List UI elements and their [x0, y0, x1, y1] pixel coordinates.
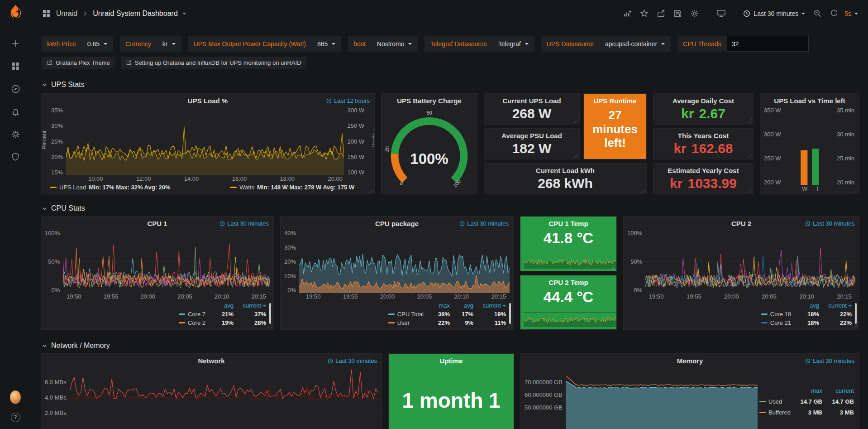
panel-ups-load: UPS Load % Last 12 hours Percent 35%30%2…: [41, 93, 375, 194]
variable-value-dropdown[interactable]: Telegraf: [492, 36, 534, 52]
time-range-chip[interactable]: Last 30 minutes: [805, 220, 854, 227]
legend-series-toggle[interactable]: Core 18: [761, 311, 791, 318]
network-chart[interactable]: [70, 367, 378, 429]
legend-header-max[interactable]: max: [427, 302, 450, 309]
variable-value-dropdown[interactable]: 0.65: [81, 36, 113, 52]
legend-series-toggle[interactable]: Core 7: [179, 311, 205, 318]
time-range-chip[interactable]: Last 30 minutes: [328, 357, 377, 364]
grafana-logo[interactable]: [7, 4, 24, 21]
legend-scrollbar[interactable]: [509, 303, 511, 324]
row-header-ups-stats[interactable]: UPS Stats: [42, 81, 868, 89]
configuration-icon[interactable]: [10, 129, 21, 140]
avatar[interactable]: [10, 392, 21, 403]
legend-series-toggle[interactable]: CPU Total: [388, 311, 424, 318]
create-icon[interactable]: [10, 38, 21, 49]
dashboard-caret-down-icon[interactable]: [182, 13, 186, 14]
legend-scrollbar[interactable]: [855, 303, 857, 324]
legend-value: 17%: [453, 311, 473, 318]
panel-title[interactable]: UPS Runtime: [584, 94, 646, 106]
cycle-view-button[interactable]: [713, 6, 730, 20]
dashboard-link-ups-guide[interactable]: Setting up Grafana and InfluxDB for UPS …: [121, 57, 306, 69]
star-button[interactable]: [636, 6, 652, 20]
legend-series-toggle[interactable]: User: [388, 319, 424, 326]
variable-currency: Currency kr: [120, 36, 181, 52]
panel-title[interactable]: CPU 1 Temp: [520, 217, 616, 228]
legend-header-current[interactable]: current: [237, 302, 266, 309]
legend-item[interactable]: Watts Min: 148 W Max: 278 W Avg: 175 W: [230, 184, 354, 191]
caret-down-icon: [172, 43, 176, 45]
cpu-threads-input[interactable]: [727, 36, 809, 52]
panel-title[interactable]: UPS Load vs Time left: [760, 94, 859, 106]
legend-swatch: [230, 187, 237, 188]
variable-value-dropdown[interactable]: apcupsd-container: [599, 36, 671, 52]
legend-header-avg[interactable]: avg: [795, 302, 819, 309]
legend-header-max[interactable]: max: [794, 387, 822, 394]
variable-label: kWh Price: [42, 40, 81, 48]
help-icon[interactable]: ?: [10, 412, 21, 423]
zoom-out-button[interactable]: [810, 6, 825, 20]
row-header-network-memory[interactable]: Network / Memory: [42, 342, 868, 350]
variable-value-dropdown[interactable]: kr: [157, 36, 181, 52]
legend-series-toggle[interactable]: Buffered: [759, 409, 791, 416]
time-range-chip[interactable]: Last 30 minutes: [219, 220, 269, 227]
row-header-cpu-stats[interactable]: CPU Stats: [42, 204, 868, 212]
panel-title[interactable]: Uptime: [389, 354, 514, 366]
legend-scrollbar[interactable]: [269, 303, 271, 324]
panel-title[interactable]: Average PSU Load: [484, 129, 579, 140]
time-range-picker[interactable]: Last 30 minutes: [739, 7, 809, 20]
breadcrumb-dashboard[interactable]: Unraid System Dashboard: [93, 10, 178, 18]
legend-header-avg[interactable]: avg: [209, 302, 234, 309]
settings-button[interactable]: [687, 6, 703, 21]
legend-series-toggle[interactable]: Core 21: [761, 319, 791, 326]
legend-header-current[interactable]: current: [823, 302, 852, 309]
panel-title[interactable]: CPU 2 Temp: [520, 275, 616, 287]
dashboard-link-plex-theme[interactable]: Grafana Plex Theme: [42, 57, 115, 69]
variable-label: host: [348, 40, 371, 48]
memory-chart[interactable]: [566, 367, 758, 429]
legend-header-avg[interactable]: avg: [453, 302, 473, 309]
share-button[interactable]: [653, 6, 669, 20]
panel-title[interactable]: Average Daily Cost: [653, 94, 753, 106]
axis-tick: 18:00: [280, 175, 295, 183]
legend-header-current[interactable]: current: [477, 302, 506, 309]
cpu2-chart[interactable]: [645, 230, 855, 293]
axis-tick: 300 W: [347, 107, 364, 113]
refresh-button[interactable]: [826, 7, 842, 20]
refresh-interval-picker[interactable]: 5s: [841, 7, 862, 20]
time-range-chip[interactable]: Last 30 minutes: [459, 220, 509, 227]
time-range-chip[interactable]: Last 12 hours: [326, 97, 370, 104]
legend-item[interactable]: UPS Load Min: 17% Max: 32% Avg: 20%: [50, 184, 171, 191]
variable-value-dropdown[interactable]: 865: [311, 36, 341, 52]
panel-ups-battery-charge: UPS Battery Charge 02050100 100%: [381, 93, 477, 194]
panel-title[interactable]: UPS Load %: [41, 94, 374, 106]
legend-series-toggle[interactable]: Core 2: [179, 319, 205, 326]
cpu-package-chart[interactable]: [299, 230, 510, 293]
explore-icon[interactable]: [10, 83, 21, 94]
security-icon[interactable]: [10, 151, 21, 162]
y-axis-left: 6.0 MBs4.0 MBs2.0 MBs: [44, 367, 70, 429]
axis-tick: 50%: [627, 259, 642, 265]
panel-title[interactable]: Current Load kWh: [484, 164, 646, 175]
legend-series-toggle[interactable]: Used: [759, 398, 791, 405]
legend-value: 38%: [427, 311, 450, 318]
time-range-chip[interactable]: Last 30 minutes: [805, 357, 854, 364]
axis-tick: 30%: [284, 245, 296, 251]
stat-value: kr2.67: [653, 106, 753, 121]
alerting-icon[interactable]: [10, 106, 21, 117]
breadcrumb-app[interactable]: Unraid: [56, 10, 77, 18]
dashboards-icon[interactable]: [10, 61, 21, 72]
save-button[interactable]: [670, 6, 686, 20]
add-panel-button[interactable]: [619, 6, 635, 21]
legend-value: 3 MB: [826, 409, 854, 416]
ups-load-chart[interactable]: [66, 107, 344, 175]
cpu1-chart[interactable]: [63, 230, 270, 293]
panel-title[interactable]: UPS Battery Charge: [382, 94, 477, 106]
row-title: UPS Stats: [51, 81, 85, 89]
panel-title[interactable]: Estimated Yearly Cost: [653, 164, 753, 175]
legend-header-current[interactable]: current: [826, 387, 854, 394]
variable-value-dropdown[interactable]: Nostromo: [371, 36, 418, 52]
panel-title[interactable]: This Years Cost: [653, 129, 753, 140]
chart-area: 100%50%0%: [41, 228, 273, 293]
panel-title[interactable]: Current UPS Load: [484, 94, 579, 106]
legend-value: 37%: [237, 311, 266, 318]
